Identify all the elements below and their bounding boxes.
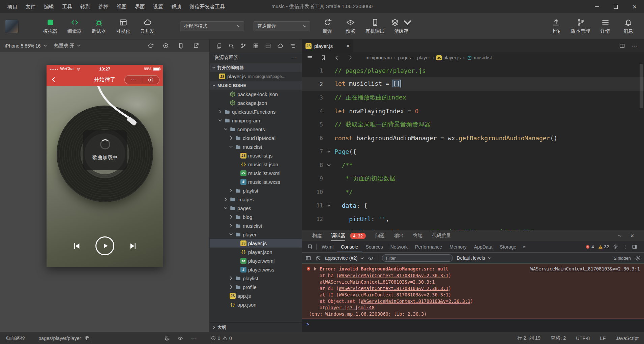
fold-chevron-icon[interactable] <box>327 149 331 154</box>
cloud-icon[interactable] <box>277 43 283 49</box>
error-count[interactable]: 4 <box>585 244 594 249</box>
toolbar-button-版本管理[interactable]: 版本管理 <box>568 18 593 34</box>
stack-frame-link[interactable]: player.js? [sm]:48 <box>325 305 374 310</box>
panel-tab-构建[interactable]: 构建 <box>312 230 322 241</box>
dock-side-icon[interactable] <box>632 244 637 250</box>
toolbar-button-预览[interactable]: 预览 <box>340 18 361 34</box>
tree-item-musiclist.json[interactable]: {}musiclist.json <box>210 160 302 169</box>
menu-item-2[interactable]: 编辑 <box>40 0 58 13</box>
breadcrumb-item-player.js[interactable]: JSplayer.js <box>436 55 461 60</box>
console-filter-input[interactable] <box>382 254 453 262</box>
menu-item-1[interactable]: 文件 <box>22 0 40 13</box>
tree-item-pages[interactable]: pages <box>210 204 302 212</box>
code-line-9[interactable]: 9 * 页面的初始数据 <box>302 172 644 185</box>
devtools-tab-Sources[interactable]: Sources <box>362 241 386 252</box>
nav-back-icon[interactable] <box>334 55 340 61</box>
previous-track-button[interactable] <box>72 241 81 251</box>
code-line-8[interactable]: 8 /** <box>302 158 644 172</box>
split-editor-icon[interactable] <box>619 43 625 49</box>
outline-section[interactable]: 大纲 <box>210 322 302 332</box>
panel-tab-输出[interactable]: 输出 <box>394 230 404 241</box>
code-line-1[interactable]: 1// pages/player/player.js <box>302 64 644 77</box>
console-settings-icon[interactable] <box>635 255 641 261</box>
breadcrumb-item-pages[interactable]: pages <box>398 55 411 60</box>
devtools-tab-Memory[interactable]: Memory <box>446 241 470 252</box>
code-line-5[interactable]: 5// 获取全局唯一的背景音频管理器 <box>302 118 644 131</box>
close-button[interactable]: × <box>625 0 644 13</box>
tree-item-quickstartFunctions[interactable]: quickstartFunctions <box>210 107 302 116</box>
hot-reload-toggle[interactable]: 热重载 开 <box>54 43 81 49</box>
console-prompt[interactable]: > <box>302 319 644 329</box>
eye-icon[interactable] <box>178 336 183 341</box>
minimize-button[interactable] <box>587 0 606 13</box>
close-tab-icon[interactable]: × <box>346 43 350 49</box>
clear-console-icon[interactable] <box>315 255 321 261</box>
menu-item-10[interactable]: 微信开发者工具 <box>185 0 229 13</box>
menu-item-6[interactable]: 视图 <box>113 0 131 13</box>
stack-frame-link[interactable]: WAServiceMainContext…81708103&v=2.30.3:1 <box>339 286 448 291</box>
menu-item-7[interactable]: 界面 <box>131 0 149 13</box>
capsule-more-button[interactable]: ⋯ <box>125 77 142 83</box>
tree-item-blog[interactable]: blog <box>210 212 302 221</box>
code-line-4[interactable]: 4let nowPlayingIndex = 0 <box>302 104 644 118</box>
fold-chevron-icon[interactable] <box>327 203 331 208</box>
fold-chevron-icon[interactable] <box>327 163 331 167</box>
menu-item-9[interactable]: 帮助 <box>167 0 185 13</box>
toolbar-button-模拟器[interactable]: 模拟器 <box>40 18 61 34</box>
code-line-10[interactable]: 10 */ <box>302 185 644 199</box>
open-editors-section[interactable]: 打开的编辑器 <box>210 63 302 72</box>
tree-item-musiclist[interactable]: musiclist <box>210 142 302 151</box>
menu-item-4[interactable]: 转到 <box>76 0 94 13</box>
devtools-tab-Storage[interactable]: Storage <box>496 241 520 252</box>
stack-frame-link[interactable]: WAServiceMainContext…81708103&v=2.30.3:1 <box>339 292 448 297</box>
tab-player-js[interactable]: JS player.js × <box>302 39 353 52</box>
execution-context-select[interactable]: appservice (#2) <box>325 255 364 261</box>
outline-toggle-icon[interactable] <box>307 55 313 61</box>
toolbar-button-上传[interactable]: 上传 <box>546 18 566 34</box>
collapse-panel-icon[interactable] <box>617 233 622 238</box>
search-icon[interactable] <box>228 43 234 49</box>
tree-item-playlist[interactable]: playlist <box>210 186 302 195</box>
editor-scrollbar[interactable] <box>640 64 643 108</box>
panel-tab-代码质量[interactable]: 代码质量 <box>432 230 451 241</box>
tree-item-player.js[interactable]: JSplayer.js <box>210 239 302 248</box>
menu-item-8[interactable]: 设置 <box>149 0 167 13</box>
console-error-row[interactable]: Error: invalid BackgroundAudioManager.sr… <box>302 265 644 272</box>
capsule-exit-button[interactable] <box>142 78 159 82</box>
problems-indicator[interactable]: 0 0 <box>211 336 232 341</box>
mute-icon[interactable] <box>164 336 170 341</box>
devtools-tab-Network[interactable]: Network <box>387 241 411 252</box>
toolbar-button-详情[interactable]: 详情 <box>595 18 616 34</box>
tree-item-cloudTipModal[interactable]: cloudTipModal <box>210 134 302 142</box>
user-avatar[interactable] <box>5 20 18 33</box>
tree-item-musiclist.wxml[interactable]: <>musiclist.wxml <box>210 169 302 177</box>
open-editor-item[interactable]: JS player.js miniprogram\page... <box>210 72 302 81</box>
next-track-button[interactable] <box>128 241 138 251</box>
code-line-3[interactable]: 3// 正在播放歌曲的index <box>302 91 644 104</box>
tree-item-components[interactable]: components <box>210 125 302 134</box>
error-source-link[interactable]: WAServiceMainContext…81708103&v=2.30.3:1 <box>524 266 640 271</box>
compile-mode-select[interactable]: 普通编译 <box>254 21 310 31</box>
toolbar-button-真机调试[interactable]: 真机调试 <box>363 18 387 34</box>
play-button[interactable] <box>95 236 114 255</box>
editor-more-icon[interactable]: ⋯ <box>632 43 638 49</box>
menu-item-0[interactable]: 项目 <box>3 0 22 13</box>
stack-frame-link[interactable]: WAServiceMainContext…81708103&v=2.30.3:1 <box>325 279 435 285</box>
tree-icon[interactable] <box>290 43 296 49</box>
devtools-tab-AppData[interactable]: AppData <box>470 241 496 252</box>
console-sidebar-icon[interactable] <box>305 255 311 261</box>
warning-count[interactable]: 32 <box>598 244 609 249</box>
code-line-7[interactable]: 7Page({ <box>302 145 644 158</box>
code-line-13[interactable]: 13 isPlaying: false, // false表示不播放，true表… <box>302 226 644 230</box>
nav-forward-icon[interactable] <box>347 55 353 61</box>
panel-tab-终端[interactable]: 终端 <box>413 230 422 241</box>
toolbar-button-编译[interactable]: 编译 <box>317 18 338 34</box>
menu-item-3[interactable]: 工具 <box>58 0 76 13</box>
maximize-button[interactable] <box>606 0 625 13</box>
devtools-tab-Performance[interactable]: Performance <box>411 241 446 252</box>
popout-icon[interactable] <box>193 42 199 49</box>
tree-item-package.json[interactable]: package.json <box>210 98 302 107</box>
panel-tab-调试器[interactable]: 调试器 <box>331 230 345 241</box>
tree-item-player.json[interactable]: {}player.json <box>210 248 302 256</box>
tree-item-miniprogram[interactable]: miniprogram <box>210 116 302 125</box>
